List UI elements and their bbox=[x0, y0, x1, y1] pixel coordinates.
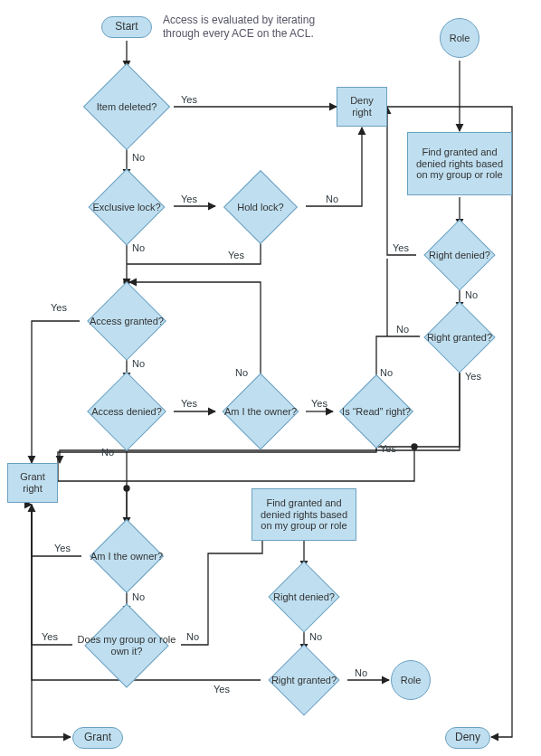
edge-yes: Yes bbox=[54, 543, 71, 553]
edge-yes: Yes bbox=[311, 398, 327, 409]
decision-right-granted-1: Right granted? bbox=[416, 309, 503, 365]
edge-yes: Yes bbox=[393, 242, 409, 253]
edge-yes: Yes bbox=[51, 302, 67, 313]
decision-am-i-owner-1: Am I the owner? bbox=[215, 380, 306, 443]
decision-access-denied-label: Access denied? bbox=[91, 406, 162, 418]
edge-no: No bbox=[396, 324, 409, 335]
decision-am-i-owner-2: Am I the owner? bbox=[81, 526, 172, 586]
terminal-deny: Deny bbox=[445, 727, 490, 749]
edge-no: No bbox=[235, 367, 248, 378]
edge-yes: Yes bbox=[42, 631, 58, 642]
edge-yes: Yes bbox=[181, 398, 197, 409]
edge-no: No bbox=[132, 152, 145, 163]
edge-yes: Yes bbox=[181, 94, 197, 105]
decision-am-i-owner-1-label: Am I the owner? bbox=[224, 406, 297, 418]
edge-no: No bbox=[355, 667, 367, 678]
decision-is-read-right: Is “Read” right? bbox=[333, 380, 420, 443]
decision-group-own: Does my group or role own it? bbox=[71, 613, 183, 678]
edge-no: No bbox=[309, 631, 322, 642]
svg-point-1 bbox=[412, 444, 417, 449]
decision-item-deleted: Item deleted? bbox=[80, 69, 174, 145]
process-find-rights-1: Find granted and denied rights based on … bbox=[407, 132, 512, 195]
decision-right-denied-2-label: Right denied? bbox=[273, 591, 335, 603]
edge-no: No bbox=[380, 367, 393, 378]
edge-no: No bbox=[101, 447, 114, 458]
decision-group-own-label: Does my group or role own it? bbox=[77, 634, 176, 657]
edge-yes: Yes bbox=[380, 443, 396, 454]
connector-role-out-label: Role bbox=[401, 675, 422, 686]
connector-role-in: Role bbox=[440, 18, 479, 58]
terminal-start: Start bbox=[101, 16, 152, 38]
decision-access-granted: Access granted? bbox=[80, 289, 174, 353]
decision-right-denied-1: Right denied? bbox=[416, 226, 503, 284]
connector-role-in-label: Role bbox=[450, 33, 470, 44]
connector-role-out: Role bbox=[391, 660, 431, 700]
decision-right-denied-1-label: Right denied? bbox=[429, 250, 490, 261]
terminal-grant: Grant bbox=[72, 727, 123, 749]
decision-access-granted-label: Access granted? bbox=[90, 316, 164, 327]
decision-is-read-right-label: Is “Read” right? bbox=[342, 406, 411, 418]
decision-access-denied: Access denied? bbox=[80, 380, 174, 443]
decision-right-denied-2: Right denied? bbox=[261, 568, 347, 626]
edge-no: No bbox=[132, 358, 145, 369]
decision-item-deleted-label: Item deleted? bbox=[97, 101, 157, 113]
caption: Access is evaluated by iterating through… bbox=[163, 14, 317, 41]
process-deny-right: Deny right bbox=[337, 87, 387, 127]
edge-no: No bbox=[186, 631, 199, 642]
decision-exclusive-lock-label: Exclusive lock? bbox=[92, 202, 160, 213]
edge-yes: Yes bbox=[214, 684, 230, 695]
edge-no: No bbox=[132, 242, 145, 253]
decision-right-granted-2: Right granted? bbox=[261, 651, 347, 709]
process-find-rights-2: Find granted and denied rights based on … bbox=[252, 488, 356, 541]
edge-no: No bbox=[465, 289, 478, 300]
decision-hold-lock-label: Hold lock? bbox=[237, 202, 283, 213]
decision-right-granted-1-label: Right granted? bbox=[427, 332, 492, 344]
decision-right-granted-2-label: Right granted? bbox=[271, 675, 337, 686]
decision-exclusive-lock: Exclusive lock? bbox=[80, 177, 174, 237]
edge-no: No bbox=[132, 591, 145, 602]
edge-yes: Yes bbox=[465, 371, 481, 382]
edge-yes: Yes bbox=[181, 194, 197, 204]
edge-yes: Yes bbox=[228, 250, 244, 260]
decision-hold-lock: Hold lock? bbox=[215, 177, 306, 237]
edge-no: No bbox=[326, 194, 338, 204]
svg-point-2 bbox=[124, 486, 129, 491]
decision-am-i-owner-2-label: Am I the owner? bbox=[90, 551, 163, 562]
process-grant-right: Grant right bbox=[7, 463, 58, 503]
